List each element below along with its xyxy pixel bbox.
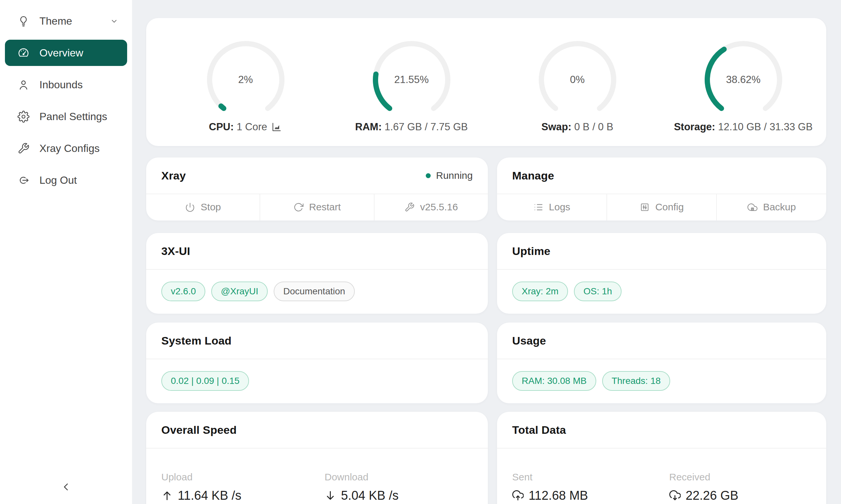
gauge-detail: 12.10 GB / 31.33 GB [718, 121, 813, 132]
sidebar-item-xray-configs[interactable]: Xray Configs [5, 135, 127, 161]
gauge-arc: 0% [535, 37, 620, 122]
sidebar-item-label: Overview [39, 47, 83, 59]
sidebar-item-label: Xray Configs [39, 142, 100, 155]
total-data-card-title: Total Data [512, 424, 566, 436]
gauge-value: 21.55% [369, 37, 454, 122]
manage-action-config[interactable]: Config [606, 194, 717, 220]
manage-action-logs[interactable]: Logs [497, 194, 606, 220]
gauge-caption: CPU: 1 Core [209, 121, 282, 133]
gauge-label: RAM: [355, 121, 382, 132]
sidebar-collapse-button[interactable] [0, 477, 132, 497]
gauge-cpu: 2%CPU: 1 Core [162, 37, 328, 146]
cloud-download-icon [669, 490, 681, 501]
threex-ui-tags: v2.6.0@XrayUIDocumentation [146, 269, 488, 314]
action-label: Logs [549, 201, 570, 213]
tag-threads-18: Threads: 18 [602, 371, 670, 391]
wrench-icon [405, 202, 415, 212]
stat-value: 112.68 MB [512, 489, 669, 503]
tag-v2-6-0[interactable]: v2.6.0 [161, 282, 205, 301]
user-icon [17, 79, 30, 91]
action-label: v25.5.16 [420, 201, 458, 213]
sidebar-item-log-out[interactable]: Log Out [5, 167, 127, 193]
sidebar-item-label: Theme [39, 15, 72, 27]
usage-tags: RAM: 30.08 MBThreads: 18 [497, 359, 826, 403]
dashboard-icon [17, 47, 30, 59]
sidebar-item-panel-settings[interactable]: Panel Settings [5, 103, 127, 130]
tag-xrayui[interactable]: @XrayUI [211, 282, 268, 301]
sidebar-item-overview[interactable]: Overview [5, 40, 127, 66]
status-text: Running [436, 170, 473, 181]
gauge-arc: 38.62% [701, 37, 786, 122]
sidebar-item-theme[interactable]: Theme [5, 8, 127, 34]
system-load-card: System Load 0.02 | 0.09 | 0.15 [146, 323, 488, 403]
chevron-down-icon [110, 17, 119, 25]
logout-icon [17, 174, 30, 186]
stat-label: Sent [512, 471, 669, 483]
gear-icon [17, 111, 30, 123]
threex-ui-card-title: 3X-UI [161, 245, 190, 257]
list-icon [533, 202, 543, 212]
gauge-arc: 2% [203, 37, 289, 122]
xray-card-actions: StopRestartv25.5.16 [146, 194, 488, 220]
gauge-detail: 1.67 GB / 7.75 GB [385, 121, 468, 132]
uptime-card-header: Uptime [497, 233, 826, 270]
cloud-upload-icon [512, 490, 524, 501]
gauge-arc: 21.55% [369, 37, 454, 122]
sidebar-item-label: Panel Settings [39, 111, 107, 123]
gauge-value: 0% [535, 37, 620, 122]
area-chart-icon [271, 121, 282, 132]
chevron-left-icon [59, 480, 73, 493]
gauge-caption: RAM: 1.67 GB / 7.75 GB [355, 121, 468, 133]
gauge-caption: Storage: 12.10 GB / 31.33 GB [674, 121, 812, 133]
manage-card-header: Manage [497, 158, 826, 194]
gauge-value: 38.62% [701, 37, 786, 122]
stat-received: Received22.26 GB [669, 471, 826, 504]
usage-card-title: Usage [512, 335, 546, 347]
gauge-label: Storage: [674, 121, 715, 132]
tag-documentation[interactable]: Documentation [274, 282, 355, 301]
overall-speed-card: Overall Speed Upload11.64 KB /sDownload5… [146, 412, 488, 504]
xray-action-v25-5-16[interactable]: v25.5.16 [374, 194, 488, 220]
gauge-ram: 21.55%RAM: 1.67 GB / 7.75 GB [328, 37, 494, 146]
sidebar-menu: ThemeOverviewInboundsPanel SettingsXray … [0, 0, 132, 193]
power-icon [185, 202, 195, 212]
gauge-caption: Swap: 0 B / 0 B [542, 121, 613, 133]
status-dot-icon [426, 173, 431, 178]
stat-download: Download5.04 KB /s [325, 471, 488, 504]
system-load-card-header: System Load [146, 323, 488, 359]
xray-card: Xray Running StopRestartv25.5.16 [146, 158, 488, 220]
wrench-icon [17, 142, 30, 155]
xray-card-title: Xray [161, 169, 186, 182]
bulb-icon [17, 15, 30, 27]
gauge-storage: 38.62%Storage: 12.10 GB / 31.33 GB [660, 37, 826, 146]
usage-card-header: Usage [497, 323, 826, 359]
xray-action-restart[interactable]: Restart [259, 194, 374, 220]
uptime-tags: Xray: 2mOS: 1h [497, 269, 826, 314]
tag-0-02-0-09-0-15: 0.02 | 0.09 | 0.15 [161, 371, 249, 391]
gauge-detail: 0 B / 0 B [574, 121, 613, 132]
manage-card-title: Manage [512, 169, 554, 182]
stat-value: 5.04 KB /s [325, 489, 488, 503]
xray-status: Running [426, 170, 473, 181]
xray-action-stop[interactable]: Stop [146, 194, 259, 220]
sidebar-item-inbounds[interactable]: Inbounds [5, 72, 127, 98]
tag-ram-30-08-mb: RAM: 30.08 MB [512, 371, 596, 391]
cloud-server-icon [748, 202, 758, 212]
overall-speed-stats: Upload11.64 KB /sDownload5.04 KB /s [146, 448, 488, 504]
action-label: Restart [309, 201, 341, 213]
sidebar-item-label: Log Out [39, 174, 77, 186]
manage-action-backup[interactable]: Backup [716, 194, 826, 220]
total-data-card-header: Total Data [497, 412, 826, 449]
gauge-detail: 1 Core [237, 121, 267, 132]
gauge-label: Swap: [542, 121, 571, 132]
arrow-down-icon [325, 490, 336, 501]
action-label: Stop [201, 201, 221, 213]
reload-icon [293, 202, 304, 212]
sidebar: ThemeOverviewInboundsPanel SettingsXray … [0, 0, 132, 504]
system-load-card-title: System Load [161, 335, 231, 347]
cpu-chart-button[interactable] [271, 121, 282, 132]
tag-os-1h: OS: 1h [574, 282, 621, 301]
gauge-value: 2% [203, 37, 289, 122]
stat-label: Received [669, 471, 826, 483]
control-icon [640, 202, 650, 212]
